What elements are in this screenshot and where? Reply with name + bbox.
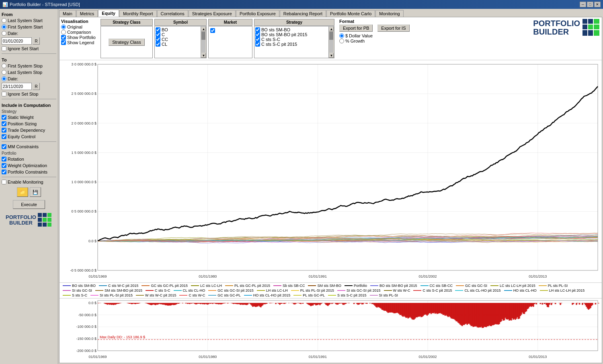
legend-item: SI sts PL-SI xyxy=(370,293,398,297)
strategy-bo-sm-bo[interactable]: BO sts SM-BO xyxy=(255,27,333,32)
tab-monitoring[interactable]: Monitoring xyxy=(375,10,403,17)
to-date-input[interactable] xyxy=(2,83,32,90)
growth-radio[interactable] xyxy=(339,39,344,43)
main-chart-canvas xyxy=(59,60,602,282)
symbol-cc[interactable]: CC xyxy=(156,37,205,42)
equity-control-check[interactable] xyxy=(2,134,6,139)
to-last-system-stop[interactable]: Last System Stop xyxy=(2,70,56,75)
original-radio[interactable] xyxy=(61,25,66,29)
market-check[interactable] xyxy=(210,28,215,33)
from-date-radio-row[interactable]: Date: xyxy=(2,31,56,36)
minimize-button[interactable]: ─ xyxy=(580,2,586,7)
from-first-system-start[interactable]: First System Start xyxy=(2,25,56,29)
position-sizing-row[interactable]: Position Sizing xyxy=(2,121,56,126)
svg-rect-7 xyxy=(43,223,47,227)
tab-rebalancing-report[interactable]: Rebalancing Report xyxy=(280,10,326,17)
tab-equity[interactable]: Equity xyxy=(98,10,119,17)
title-bar-controls[interactable]: ─ □ ✕ xyxy=(580,2,601,7)
ignore-set-stop-check[interactable] xyxy=(2,92,6,96)
ignore-set-start-row[interactable]: Ignore Set Start xyxy=(2,46,56,51)
tab-monthly-report[interactable]: Monthly Report xyxy=(119,10,157,17)
ignore-set-start-check[interactable] xyxy=(2,46,6,51)
symbol-scroll-up[interactable]: ▲ xyxy=(201,27,206,31)
strategy-class-button[interactable]: Strategy Class xyxy=(109,39,145,46)
trade-dependency-check[interactable] xyxy=(2,128,6,133)
comparison-radio-row[interactable]: Comparison xyxy=(61,30,96,35)
tab-portfolio-monte-carlo[interactable]: Portfolio Monte Carlo xyxy=(326,10,375,17)
strategy-scroll-down[interactable]: ▼ xyxy=(329,53,334,58)
strategy-scroll-up[interactable]: ▲ xyxy=(329,27,334,31)
symbol-box: BO C CC CL ▲ ▼ xyxy=(154,26,207,58)
to-date-radio[interactable] xyxy=(2,76,6,81)
mm-constraints-row[interactable]: MM Constraints xyxy=(2,144,56,149)
dd-chart xyxy=(59,299,602,363)
equity-control-row[interactable]: Equity Control xyxy=(2,134,56,139)
tab-main[interactable]: Main xyxy=(59,10,76,17)
from-date-input[interactable] xyxy=(2,37,32,45)
from-last-radio[interactable] xyxy=(2,18,6,23)
position-sizing-check[interactable] xyxy=(2,121,6,126)
strategy-box: BO sts SM-BO BO sts SM-BO pit 2015 C sts… xyxy=(254,26,334,58)
tab-metrics[interactable]: Metrics xyxy=(76,10,98,17)
svg-rect-6 xyxy=(38,223,42,227)
strategy-bo-sm-bo-pit[interactable]: BO sts SM-BO pit 2015 xyxy=(255,32,333,37)
close-button[interactable]: ✕ xyxy=(594,2,601,7)
original-radio-row[interactable]: Original xyxy=(61,25,96,29)
symbol-c[interactable]: C xyxy=(156,32,205,37)
legend-item: SI sts GC-SI xyxy=(63,288,92,292)
symbol-scrollbar[interactable]: ▲ ▼ xyxy=(201,27,206,58)
tab-strategies-exposure[interactable]: Strategies Exposure xyxy=(189,10,236,17)
market-header: Market xyxy=(208,19,252,26)
folder-button[interactable]: 📁 xyxy=(17,187,28,197)
execute-button[interactable]: Execute xyxy=(13,200,45,209)
show-legend-row[interactable]: Show Legend xyxy=(61,40,96,45)
strategy-c-sc[interactable]: C sts S-C xyxy=(255,37,333,42)
strategy-scroll-track xyxy=(329,32,333,53)
trade-dependency-row[interactable]: Trade Dependency xyxy=(2,128,56,133)
weight-optimization-row[interactable]: Weight Optimization xyxy=(2,163,56,168)
to-date-reset[interactable]: R xyxy=(33,83,40,90)
dollar-value-row[interactable]: $ Dollar Value xyxy=(339,33,411,38)
symbol-scroll-down[interactable]: ▼ xyxy=(201,53,206,58)
to-last-radio[interactable] xyxy=(2,70,6,75)
maximize-button[interactable]: □ xyxy=(587,2,593,7)
portfolio-constraints-check[interactable] xyxy=(2,170,6,174)
from-first-radio[interactable] xyxy=(2,25,6,29)
export-pb-button[interactable]: Export for PB xyxy=(339,25,373,32)
save-button[interactable]: 💾 xyxy=(30,187,41,197)
portfolio-constraints-row[interactable]: Portfolio Constraints xyxy=(2,170,56,174)
show-portfolio-check[interactable] xyxy=(61,35,66,40)
from-last-system-start[interactable]: Last System Start xyxy=(2,18,56,23)
to-date-radio-row[interactable]: Date: xyxy=(2,76,56,81)
static-weight-check[interactable] xyxy=(2,115,6,120)
strategy-scrollbar[interactable]: ▲ ▼ xyxy=(328,27,334,58)
symbol-bo[interactable]: BO xyxy=(156,27,205,32)
tab-portfolio-exposure[interactable]: Portfolio Exposure xyxy=(236,10,279,17)
show-legend-check[interactable] xyxy=(61,40,66,45)
enable-monitoring-row[interactable]: Enable Monitoring xyxy=(2,180,56,184)
rotation-row[interactable]: Rotation xyxy=(2,157,56,162)
show-portfolio-row[interactable]: Show Portfolio xyxy=(61,35,96,40)
legend-item: S sts S-C xyxy=(63,293,87,297)
export-is-button[interactable]: Export for IS xyxy=(377,25,409,32)
rotation-check[interactable] xyxy=(2,157,6,162)
growth-row[interactable]: % Growth xyxy=(339,39,411,43)
weight-optimization-check[interactable] xyxy=(2,163,6,168)
strategy-list: BO sts SM-BO BO sts SM-BO pit 2015 C sts… xyxy=(254,27,334,47)
legend-item: BO sts SM-BO xyxy=(63,284,96,288)
symbol-cl[interactable]: CL xyxy=(156,42,205,47)
tab-correlations[interactable]: Correlations xyxy=(157,10,188,17)
symbol-header: Symbol xyxy=(154,19,207,26)
to-first-system-stop[interactable]: First System Stop xyxy=(2,63,56,68)
from-date-reset[interactable]: R xyxy=(33,37,40,45)
strategy-c-sc-pit[interactable]: C sts S-C pit 2015 xyxy=(255,42,333,47)
ignore-set-stop-row[interactable]: Ignore Set Stop xyxy=(2,92,56,96)
dollar-radio[interactable] xyxy=(339,33,344,38)
static-weight-row[interactable]: Static Weight xyxy=(2,115,56,120)
enable-monitoring-check[interactable] xyxy=(2,180,6,184)
to-first-radio[interactable] xyxy=(2,63,6,68)
comparison-radio[interactable] xyxy=(61,30,66,35)
from-date-radio[interactable] xyxy=(2,31,6,36)
legend-item: SM sts SM-BO pit 2015 xyxy=(95,288,142,292)
mm-constraints-check[interactable] xyxy=(2,144,6,149)
